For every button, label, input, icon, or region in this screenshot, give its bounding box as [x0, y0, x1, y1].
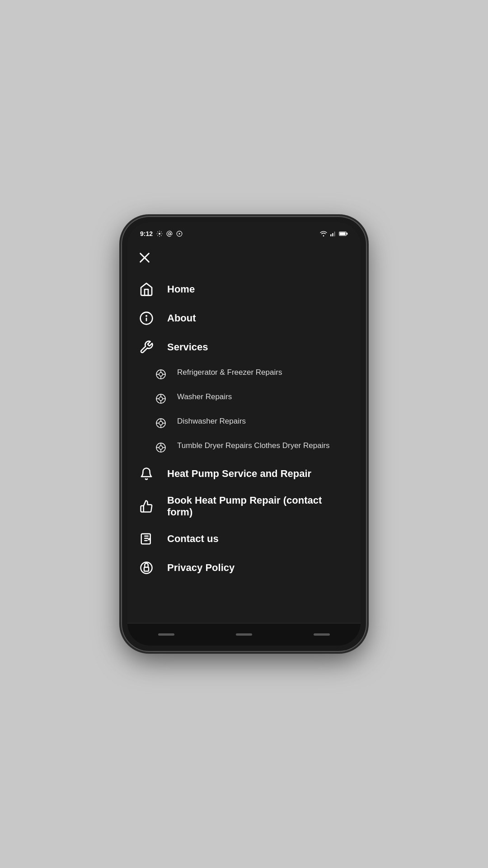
svg-rect-5	[332, 233, 333, 236]
signal-icon	[330, 231, 336, 237]
play-icon	[176, 231, 183, 237]
fridge-label: Refrigerator & Freezer Repairs	[177, 367, 282, 378]
info-icon	[138, 310, 155, 326]
menu-item-book-heat-pump[interactable]: Book Heat Pump Repair (contact form)	[127, 488, 361, 524]
submenu-item-fridge[interactable]: Refrigerator & Freezer Repairs	[127, 362, 361, 386]
about-label: About	[167, 312, 196, 324]
nav-dot-2[interactable]	[236, 633, 252, 636]
menu-item-contact[interactable]: Contact us	[127, 524, 361, 553]
tools-icon	[138, 339, 155, 355]
svg-point-1	[169, 233, 171, 235]
nav-dot-1[interactable]	[158, 633, 174, 636]
submenu-item-dryer[interactable]: Tumble Dryer Repairs Clothes Dryer Repai…	[127, 435, 361, 459]
contact-label: Contact us	[167, 533, 219, 545]
settings-icon	[156, 231, 163, 237]
status-time: 9:12	[140, 230, 153, 237]
svg-marker-3	[179, 233, 181, 235]
washer-icon	[155, 392, 167, 405]
thumbs-up-icon	[138, 498, 155, 514]
menu-item-privacy[interactable]: Privacy Policy	[127, 553, 361, 582]
status-bar: 9:12	[127, 222, 361, 242]
phone-screen: 9:12	[127, 222, 361, 646]
status-icons	[320, 231, 348, 237]
bottom-nav-bar	[127, 623, 361, 646]
home-icon	[138, 281, 155, 297]
dryer-icon	[155, 441, 167, 454]
menu-content: Home About	[127, 242, 361, 623]
svg-point-22	[159, 397, 163, 401]
phone-device: 9:12	[122, 217, 366, 651]
dryer-label: Tumble Dryer Repairs Clothes Dryer Repai…	[177, 440, 330, 451]
nav-dot-3[interactable]	[314, 633, 330, 636]
menu-item-about[interactable]: About	[127, 304, 361, 333]
svg-rect-41	[144, 567, 149, 571]
submenu-item-dishwasher[interactable]: Dishwasher Repairs	[127, 410, 361, 435]
svg-point-28	[159, 421, 163, 425]
heat-pump-label: Heat Pump Service and Repair	[167, 468, 311, 480]
lock-icon	[138, 560, 155, 576]
privacy-label: Privacy Policy	[167, 562, 235, 574]
submenu-item-washer[interactable]: Washer Repairs	[127, 386, 361, 410]
book-heat-pump-label: Book Heat Pump Repair (contact form)	[167, 495, 350, 518]
svg-rect-8	[340, 232, 346, 235]
fridge-icon	[155, 368, 167, 381]
services-label: Services	[167, 341, 208, 353]
dishwasher-label: Dishwasher Repairs	[177, 416, 246, 427]
svg-point-34	[159, 446, 163, 449]
wifi-icon	[320, 231, 327, 237]
svg-rect-6	[334, 231, 335, 236]
svg-rect-4	[330, 234, 331, 236]
menu-item-services[interactable]: Services	[127, 333, 361, 362]
bell-icon	[138, 466, 155, 482]
home-label: Home	[167, 283, 195, 295]
status-left: 9:12	[140, 230, 183, 237]
edit-icon	[138, 531, 155, 547]
svg-point-0	[159, 233, 160, 235]
battery-icon	[339, 231, 348, 236]
menu-item-heat-pump[interactable]: Heat Pump Service and Repair	[127, 459, 361, 488]
dishwasher-icon	[155, 417, 167, 429]
close-button[interactable]	[127, 247, 361, 275]
at-icon	[166, 231, 173, 237]
washer-label: Washer Repairs	[177, 392, 232, 402]
svg-point-16	[159, 373, 163, 376]
menu-item-home[interactable]: Home	[127, 275, 361, 304]
svg-rect-9	[347, 233, 347, 235]
